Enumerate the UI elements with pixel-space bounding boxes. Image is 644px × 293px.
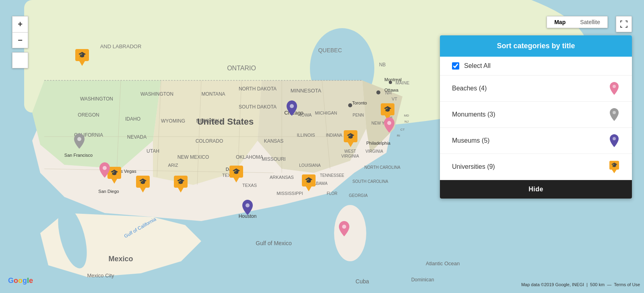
svg-text:OKLAHOMA: OKLAHOMA xyxy=(236,154,263,160)
svg-marker-99 xyxy=(79,61,85,66)
svg-point-130 xyxy=(613,137,616,140)
svg-marker-102 xyxy=(111,179,117,184)
svg-text:🎓: 🎓 xyxy=(232,168,240,175)
svg-marker-105 xyxy=(140,188,146,193)
svg-text:Atlantic Ocean: Atlantic Ocean xyxy=(426,260,460,266)
svg-text:WASHINGTON: WASHINGTON xyxy=(80,96,113,102)
beach-marker[interactable] xyxy=(383,117,395,133)
monuments-pin-icon xyxy=(609,107,620,122)
svg-marker-111 xyxy=(233,178,239,182)
svg-text:Gulf of Mexico: Gulf of Mexico xyxy=(256,240,292,246)
zoom-in-button[interactable]: + xyxy=(12,16,28,32)
google-logo: Google xyxy=(8,277,33,285)
svg-text:AND LABRADOR: AND LABRADOR xyxy=(100,43,142,49)
university-marker[interactable]: 🎓 xyxy=(343,129,358,149)
map-view-button[interactable]: Map xyxy=(547,16,573,28)
svg-text:MICHIGAN: MICHIGAN xyxy=(315,111,337,115)
svg-text:IDAHO: IDAHO xyxy=(125,116,140,122)
category-row-museums[interactable]: Museums (5) xyxy=(440,128,632,154)
category-museums-label: Museums (5) xyxy=(452,137,605,144)
university-marker[interactable]: 🎓 xyxy=(173,175,188,194)
hide-button[interactable]: Hide xyxy=(440,180,632,199)
map-data-credit: Map data ©2019 Google, INEGI xyxy=(521,282,584,287)
beach-marker[interactable] xyxy=(338,220,350,237)
select-all-checkbox[interactable] xyxy=(452,62,459,70)
university-marker[interactable]: 🎓 xyxy=(301,174,316,193)
svg-text:San Francisco: San Francisco xyxy=(64,153,93,158)
svg-text:RI: RI xyxy=(397,134,400,137)
svg-text:QUEBEC: QUEBEC xyxy=(318,47,342,53)
zoom-out-button[interactable]: − xyxy=(12,32,28,48)
panel-header: Sort categories by title xyxy=(440,35,632,57)
svg-text:Mexico: Mexico xyxy=(108,255,133,263)
svg-text:🎓: 🎓 xyxy=(78,51,86,59)
svg-point-87 xyxy=(348,103,352,107)
svg-text:KANSAS: KANSAS xyxy=(264,138,284,144)
svg-text:🎓: 🎓 xyxy=(139,178,147,185)
svg-point-129 xyxy=(613,111,616,114)
svg-text:NJ: NJ xyxy=(405,120,409,123)
svg-text:MINNESOTA: MINNESOTA xyxy=(291,88,322,94)
museums-pin-icon xyxy=(609,133,620,148)
svg-point-124 xyxy=(387,121,391,125)
museum-marker[interactable] xyxy=(286,100,298,117)
svg-text:CT: CT xyxy=(400,128,405,131)
svg-text:VIRGINIA: VIRGINIA xyxy=(365,149,383,154)
svg-point-127 xyxy=(246,203,250,207)
svg-text:🎓: 🎓 xyxy=(611,162,618,168)
svg-text:FLOR: FLOR xyxy=(327,191,338,196)
svg-marker-114 xyxy=(306,186,312,191)
svg-text:ARKANSAS: ARKANSAS xyxy=(270,175,294,180)
museum-marker[interactable] xyxy=(242,199,254,216)
svg-text:Dominican: Dominican xyxy=(411,277,434,283)
svg-text:Cuba: Cuba xyxy=(355,278,369,285)
svg-text:COLORADO: COLORADO xyxy=(196,138,223,144)
svg-text:LOUISIANA: LOUISIANA xyxy=(299,163,321,168)
svg-text:Toronto: Toronto xyxy=(352,100,367,105)
svg-text:🎓: 🎓 xyxy=(384,105,392,113)
svg-text:NEW MEXICO: NEW MEXICO xyxy=(178,154,209,160)
map-container: United States ONTARIO QUEBEC AND LABRADO… xyxy=(0,0,644,293)
universities-pin-icon: 🎓 xyxy=(609,160,620,174)
category-row-universities[interactable]: Universities (9) 🎓 xyxy=(440,154,632,180)
terms-link[interactable]: Terms of Use xyxy=(614,282,640,287)
satellite-view-button[interactable]: Satellite xyxy=(573,16,607,28)
svg-text:NB: NB xyxy=(379,62,386,68)
monument-marker[interactable] xyxy=(73,133,85,150)
svg-text:UTAH: UTAH xyxy=(147,148,159,154)
category-row-monuments[interactable]: Monuments (3) xyxy=(440,102,632,128)
zoom-controls: + − xyxy=(12,16,28,48)
select-all-row[interactable]: Select All xyxy=(440,57,632,76)
svg-marker-108 xyxy=(178,188,184,193)
university-marker[interactable]: 🎓 xyxy=(74,48,90,68)
svg-text:NEVADA: NEVADA xyxy=(127,134,147,140)
map-attribution: Map data ©2019 Google, INEGI | 500 km — … xyxy=(521,282,640,287)
svg-text:ARIZ: ARIZ xyxy=(168,163,178,168)
svg-text:🎓: 🎓 xyxy=(347,132,355,140)
svg-text:MONTANA: MONTANA xyxy=(201,91,225,97)
svg-marker-132 xyxy=(612,170,617,173)
svg-point-122 xyxy=(103,166,107,170)
category-panel: Sort categories by title Select All Beac… xyxy=(440,35,632,199)
fullscreen-button[interactable] xyxy=(616,16,632,32)
svg-text:PENN: PENN xyxy=(353,113,364,117)
svg-text:Mexico City: Mexico City xyxy=(87,273,114,279)
map-scale: 500 km xyxy=(590,282,605,287)
svg-text:Philadelphia: Philadelphia xyxy=(366,141,391,145)
svg-point-126 xyxy=(290,104,294,108)
university-marker[interactable]: 🎓 xyxy=(229,165,244,184)
svg-text:MISSISSIPPI: MISSISSIPPI xyxy=(277,191,303,196)
category-row-beaches[interactable]: Beaches (4) xyxy=(440,76,632,102)
svg-text:Montreal: Montreal xyxy=(384,77,402,82)
map-type-control: Map Satellite xyxy=(547,16,608,28)
svg-text:MD: MD xyxy=(404,114,409,117)
svg-text:MISSOURI: MISSOURI xyxy=(262,156,285,162)
university-marker[interactable]: 🎓 xyxy=(135,175,151,194)
svg-text:NORTH DAKOTA: NORTH DAKOTA xyxy=(239,86,277,92)
svg-text:SOUTH DAKOTA: SOUTH DAKOTA xyxy=(239,104,277,110)
svg-text:ONTARIO: ONTARIO xyxy=(227,65,256,72)
pegman-button[interactable] xyxy=(12,52,28,68)
svg-point-85 xyxy=(376,90,380,94)
svg-text:GEORGIA: GEORGIA xyxy=(349,193,368,198)
beach-marker[interactable] xyxy=(99,162,111,178)
